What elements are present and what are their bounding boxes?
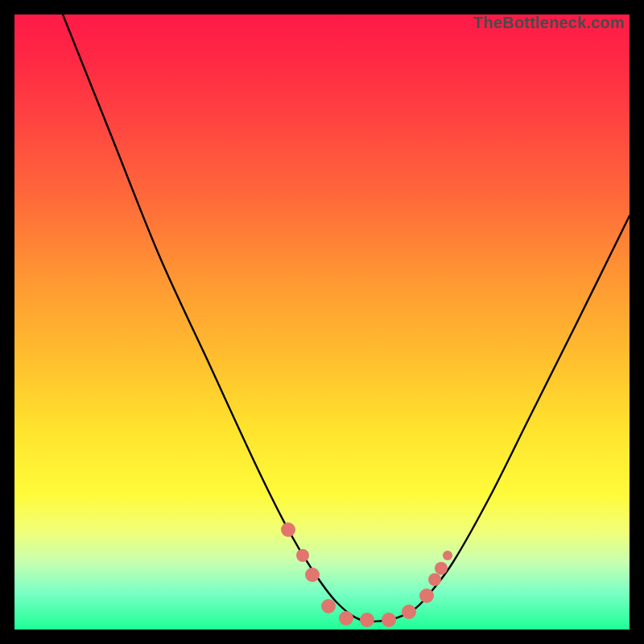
curve-markers bbox=[281, 522, 452, 627]
curve-marker bbox=[419, 588, 434, 603]
curve-marker bbox=[428, 573, 441, 586]
curve-marker bbox=[339, 611, 353, 625]
curve-marker bbox=[296, 549, 309, 562]
chart-svg bbox=[14, 14, 630, 630]
curve-marker bbox=[443, 551, 452, 560]
chart-frame: TheBottleneck.com bbox=[14, 14, 630, 630]
curve-marker bbox=[360, 613, 374, 627]
bottleneck-curve bbox=[63, 14, 630, 621]
curve-marker bbox=[321, 599, 336, 613]
curve-marker bbox=[402, 605, 416, 619]
curve-marker bbox=[382, 613, 396, 627]
curve-marker bbox=[281, 522, 295, 537]
curve-marker bbox=[305, 568, 320, 582]
curve-marker bbox=[435, 562, 448, 575]
